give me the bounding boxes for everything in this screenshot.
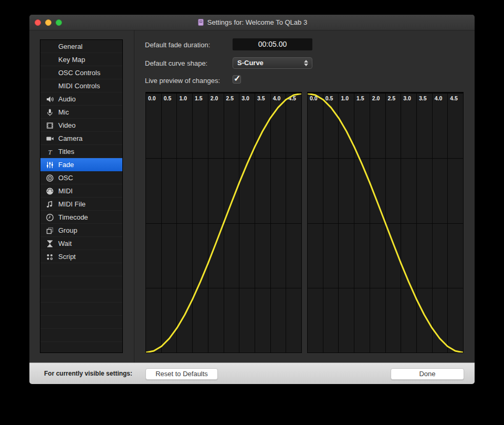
fade-in-s-curve — [146, 94, 301, 353]
live-preview-checkbox[interactable] — [233, 75, 241, 84]
target-icon — [45, 174, 55, 182]
sidebar-item-label: Key Map — [58, 56, 85, 64]
fade-in-curve-chart[interactable]: 0.00.51.01.52.02.53.03.54.04.5 — [145, 92, 302, 353]
sidebar-item-midi[interactable]: MIDI — [40, 184, 122, 198]
hourglass-icon — [45, 240, 55, 248]
sidebar-item-label: Group — [58, 226, 77, 234]
footer-bar: For currently visible settings: Reset to… — [29, 362, 475, 384]
speaker-icon — [45, 95, 55, 103]
sidebar-item-midi-controls[interactable]: MIDI Controls — [40, 79, 122, 92]
done-button[interactable]: Done — [391, 368, 464, 380]
zoom-button[interactable] — [56, 19, 62, 26]
no-icon — [45, 69, 55, 77]
sidebar-item-label: MIDI Controls — [58, 82, 100, 90]
film-frame-icon — [45, 121, 55, 130]
close-button[interactable] — [35, 19, 41, 26]
curve-shape-value: S-Curve — [237, 59, 264, 67]
sidebar-item-group[interactable]: Group — [40, 224, 122, 237]
no-icon — [45, 56, 55, 64]
italic-t-icon: T — [45, 148, 55, 156]
video-camera-icon — [45, 134, 55, 143]
sidebar-item-label: Fade — [58, 161, 74, 169]
window-title: Settings for: Welcome To QLab 3 — [207, 18, 307, 26]
svg-text:T: T — [48, 148, 52, 156]
sidebar-item-label: Video — [58, 121, 76, 129]
music-note-icon — [45, 200, 55, 209]
sidebar-item-label: MIDI File — [58, 200, 86, 208]
no-icon — [45, 82, 55, 90]
sidebar-item-label: Titles — [58, 148, 75, 156]
fade-duration-label: Default fade duration: — [145, 41, 210, 49]
faders-icon — [45, 161, 55, 169]
sidebar-item-label: General — [58, 43, 82, 50]
sidebar-item-titles[interactable]: TTitles — [40, 145, 122, 158]
curve-shape-label: Default curve shape: — [145, 59, 207, 67]
fade-curve-preview: 0.00.51.01.52.02.53.03.54.04.5 0.00.51.0… — [145, 92, 464, 353]
sidebar-item-video[interactable]: Video — [40, 119, 122, 132]
title-bar[interactable]: Settings for: Welcome To QLab 3 — [29, 15, 475, 30]
sidebar-pane: GeneralKey MapOSC ControlsMIDI ControlsA… — [29, 30, 134, 362]
settings-body: GeneralKey MapOSC ControlsMIDI ControlsA… — [29, 30, 475, 362]
sidebar-item-script[interactable]: Script — [40, 250, 122, 263]
clock-icon — [45, 213, 55, 222]
no-icon — [45, 43, 55, 51]
sidebar-item-label: Camera — [58, 134, 82, 142]
traffic-lights — [35, 19, 62, 26]
sidebar-item-timecode[interactable]: Timecode — [40, 211, 122, 224]
settings-category-list: GeneralKey MapOSC ControlsMIDI ControlsA… — [40, 39, 123, 353]
fade-duration-field[interactable]: 00:05.00 — [233, 38, 312, 50]
sidebar-item-label: MIDI — [58, 187, 72, 195]
dots-icon — [45, 253, 55, 261]
sidebar-item-key-map[interactable]: Key Map — [40, 53, 122, 66]
workspace-document-icon — [197, 18, 205, 26]
stepper-arrows-icon — [304, 59, 309, 67]
sidebar-item-wait[interactable]: Wait — [40, 237, 122, 250]
live-preview-label: Live preview of changes: — [145, 77, 220, 85]
settings-window: Settings for: Welcome To QLab 3 GeneralK… — [29, 15, 475, 384]
group-squares-icon — [45, 226, 55, 235]
sidebar-item-label: Timecode — [58, 213, 88, 221]
sidebar-item-general[interactable]: General — [40, 40, 122, 53]
sidebar-item-audio[interactable]: Audio — [40, 92, 122, 106]
fade-settings-panel: Default fade duration: 00:05.00 Default … — [134, 30, 475, 362]
sidebar-item-label: Script — [58, 253, 76, 261]
sidebar-item-osc-controls[interactable]: OSC Controls — [40, 66, 122, 79]
sidebar-item-label: OSC Controls — [58, 69, 100, 77]
sidebar-item-osc[interactable]: OSC — [40, 171, 122, 184]
footer-label: For currently visible settings: — [44, 363, 132, 384]
sidebar-item-camera[interactable]: Camera — [40, 132, 122, 145]
sidebar-item-mic[interactable]: Mic — [40, 106, 122, 119]
minimize-button[interactable] — [45, 19, 51, 26]
fade-out-curve-chart[interactable]: 0.00.51.01.52.02.53.03.54.04.5 — [307, 92, 464, 353]
sidebar-item-fade[interactable]: Fade — [40, 158, 122, 171]
sidebar-item-label: Wait — [58, 240, 72, 247]
sidebar-item-midi-file[interactable]: MIDI File — [40, 198, 122, 211]
sidebar-item-label: Audio — [58, 95, 76, 103]
sidebar-item-label: Mic — [58, 108, 69, 116]
reset-to-defaults-button[interactable]: Reset to Defaults — [145, 368, 218, 380]
sidebar-item-label: OSC — [58, 174, 73, 182]
curve-shape-dropdown[interactable]: S-Curve — [233, 57, 312, 69]
microphone-icon — [45, 108, 55, 117]
midi-din-icon — [45, 187, 55, 195]
fade-out-s-curve — [308, 94, 463, 353]
